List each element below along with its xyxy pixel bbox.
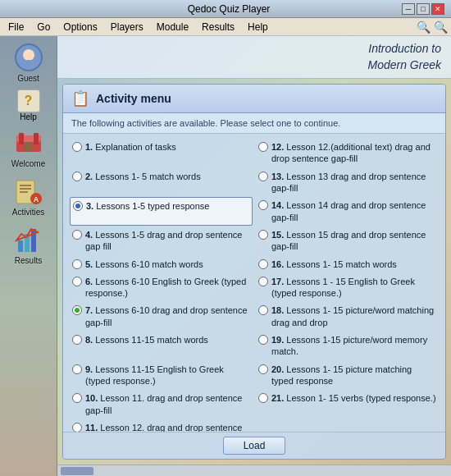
menu-options[interactable]: Options bbox=[58, 20, 102, 34]
results-icon bbox=[14, 225, 43, 254]
content-area: Introduction to Modern Greek 📋 Activity … bbox=[57, 36, 451, 476]
radio-15[interactable] bbox=[258, 230, 268, 240]
list-item[interactable]: 21. Lesson 1- 15 verbs (typed response.) bbox=[256, 390, 439, 419]
svg-rect-3 bbox=[34, 133, 39, 144]
radio-5[interactable] bbox=[72, 259, 82, 269]
activity-text: 8. Lessons 11-15 match words bbox=[85, 334, 208, 346]
list-item[interactable]: 8. Lessons 11-15 match words bbox=[70, 332, 253, 360]
activities-grid: 1. Explanation of tasks 12. Lesson 12.(a… bbox=[66, 137, 442, 432]
help-icon: ? bbox=[17, 89, 40, 112]
radio-8[interactable] bbox=[72, 335, 82, 345]
sidebar-welcome-label: Welcome bbox=[11, 159, 46, 168]
activity-subtitle: The following activities are available. … bbox=[63, 113, 445, 134]
list-item[interactable]: 6. Lessons 6-10 English to Greek (typed … bbox=[70, 273, 253, 302]
window-controls: ─ □ ✕ bbox=[402, 3, 444, 15]
list-item[interactable]: 7. Lessons 6-10 drag and drop sentence g… bbox=[70, 302, 253, 331]
activity-text: 19. Lessons 1-15 picture/word memory mat… bbox=[271, 334, 436, 358]
radio-11[interactable] bbox=[72, 423, 82, 432]
activity-panel-header: 📋 Activity menu bbox=[63, 85, 445, 113]
list-item[interactable]: 17. Lessons 1 - 15 English to Greek (typ… bbox=[256, 273, 439, 302]
sidebar-item-activities[interactable]: A Activities bbox=[0, 173, 57, 220]
help-button[interactable]: ? Help bbox=[16, 88, 42, 123]
list-item[interactable]: 19. Lessons 1-15 picture/word memory mat… bbox=[256, 332, 439, 360]
main-layout: Guest ? Help Welcome bbox=[0, 36, 451, 476]
activity-text: 20. Lessons 1- 15 picture matching typed… bbox=[271, 364, 436, 387]
radio-13[interactable] bbox=[258, 172, 268, 181]
radio-20[interactable] bbox=[258, 364, 268, 374]
radio-19[interactable] bbox=[258, 335, 268, 345]
sidebar-item-welcome[interactable]: Welcome bbox=[0, 125, 57, 172]
activity-text: 13. Lesson 13 drag and drop sentence gap… bbox=[271, 171, 436, 195]
list-item[interactable]: 9. Lessons 11-15 English to Greek (typed… bbox=[70, 361, 253, 390]
list-item[interactable]: 4. Lessons 1-5 drag and drop sentence ga… bbox=[70, 227, 253, 255]
svg-rect-4 bbox=[25, 142, 33, 152]
maximize-button[interactable]: □ bbox=[417, 3, 430, 15]
activity-text: 4. Lessons 1-5 drag and drop sentence ga… bbox=[85, 229, 250, 253]
list-item[interactable]: 13. Lesson 13 drag and drop sentence gap… bbox=[256, 168, 439, 197]
radio-17[interactable] bbox=[258, 277, 268, 286]
load-bar: Load bbox=[63, 432, 445, 459]
scrollbar-thumb[interactable] bbox=[61, 467, 93, 475]
activity-text: 3. Lessons 1-5 typed response bbox=[86, 200, 209, 212]
list-item[interactable]: 12. Lesson 12.(additional text) drag and… bbox=[256, 139, 439, 167]
radio-6[interactable] bbox=[72, 277, 82, 286]
radio-10[interactable] bbox=[72, 393, 82, 403]
menu-module[interactable]: Module bbox=[152, 20, 194, 34]
list-item[interactable]: 15. Lesson 15 drag and drop sentence gap… bbox=[256, 227, 439, 255]
activity-panel-title: Activity menu bbox=[96, 92, 171, 105]
title-bar: Qedoc Quiz Player ─ □ ✕ bbox=[0, 0, 451, 18]
radio-18[interactable] bbox=[258, 305, 268, 315]
activity-text: 7. Lessons 6-10 drag and drop sentence g… bbox=[85, 304, 250, 328]
activity-text: 16. Lessons 1- 15 match words bbox=[271, 259, 397, 270]
radio-9[interactable] bbox=[72, 364, 82, 374]
zoom-out-icon[interactable]: 🔍 bbox=[434, 21, 448, 34]
activity-text: 1. Explanation of tasks bbox=[85, 141, 176, 153]
radio-7[interactable] bbox=[72, 305, 82, 315]
list-item[interactable]: 1. Explanation of tasks bbox=[70, 139, 253, 167]
radio-2[interactable] bbox=[72, 172, 82, 181]
welcome-icon bbox=[14, 128, 43, 158]
activity-text: 12. Lesson 12.(additional text) drag and… bbox=[271, 141, 436, 165]
radio-16[interactable] bbox=[258, 259, 268, 269]
radio-3[interactable] bbox=[73, 201, 83, 211]
svg-text:A: A bbox=[33, 195, 39, 204]
activity-text: 21. Lesson 1- 15 verbs (typed response.) bbox=[271, 392, 436, 404]
list-item[interactable]: 2. Lessons 1- 5 match words bbox=[70, 168, 253, 197]
radio-12[interactable] bbox=[258, 142, 268, 152]
activity-text: 14. Lesson 14 drag and drop sentence gap… bbox=[271, 199, 436, 223]
list-item[interactable]: 14. Lesson 14 drag and drop sentence gap… bbox=[256, 197, 439, 226]
menu-file[interactable]: File bbox=[3, 20, 29, 34]
activity-text: 2. Lessons 1- 5 match words bbox=[85, 171, 201, 182]
list-item[interactable]: 20. Lessons 1- 15 picture matching typed… bbox=[256, 361, 439, 390]
window-title: Qedoc Quiz Player bbox=[56, 3, 402, 15]
radio-1[interactable] bbox=[72, 142, 82, 152]
zoom-in-icon[interactable]: 🔍 bbox=[417, 21, 430, 34]
activities-scroll[interactable]: 1. Explanation of tasks 12. Lesson 12.(a… bbox=[63, 134, 445, 432]
activity-text: 15. Lesson 15 drag and drop sentence gap… bbox=[271, 229, 436, 253]
course-title: Introduction to Modern Greek bbox=[368, 41, 441, 73]
activity-text: 11. Lesson 12. drag and drop sentence ga… bbox=[85, 422, 250, 432]
list-item[interactable]: 5. Lessons 6-10 match words bbox=[70, 256, 253, 272]
list-item[interactable]: 10. Lesson 11. drag and drop sentence ga… bbox=[70, 390, 253, 419]
sidebar-item-results[interactable]: Results bbox=[0, 222, 57, 268]
menu-help[interactable]: Help bbox=[243, 20, 273, 34]
close-button[interactable]: ✕ bbox=[431, 3, 444, 15]
minimize-button[interactable]: ─ bbox=[402, 3, 415, 15]
list-item[interactable]: 11. Lesson 12. drag and drop sentence ga… bbox=[70, 419, 253, 432]
radio-21[interactable] bbox=[258, 393, 268, 403]
activity-text: 17. Lessons 1 - 15 English to Greek (typ… bbox=[271, 276, 436, 300]
menu-results[interactable]: Results bbox=[197, 20, 239, 34]
horizontal-scrollbar[interactable] bbox=[57, 465, 451, 476]
radio-4[interactable] bbox=[72, 230, 82, 240]
menu-players[interactable]: Players bbox=[106, 20, 148, 34]
activity-text: 10. Lesson 11. drag and drop sentence ga… bbox=[85, 392, 250, 416]
guest-avatar-icon bbox=[14, 43, 43, 72]
list-item[interactable]: 18. Lessons 1- 15 picture/word matching … bbox=[256, 302, 439, 331]
list-item[interactable]: 16. Lessons 1- 15 match words bbox=[256, 256, 439, 272]
activity-text: 5. Lessons 6-10 match words bbox=[85, 259, 203, 270]
load-button[interactable]: Load bbox=[223, 437, 286, 455]
sidebar-item-guest[interactable]: Guest bbox=[0, 39, 57, 86]
menu-go[interactable]: Go bbox=[32, 20, 55, 34]
list-item[interactable]: 3. Lessons 1-5 typed response bbox=[70, 197, 253, 226]
radio-14[interactable] bbox=[258, 200, 268, 210]
